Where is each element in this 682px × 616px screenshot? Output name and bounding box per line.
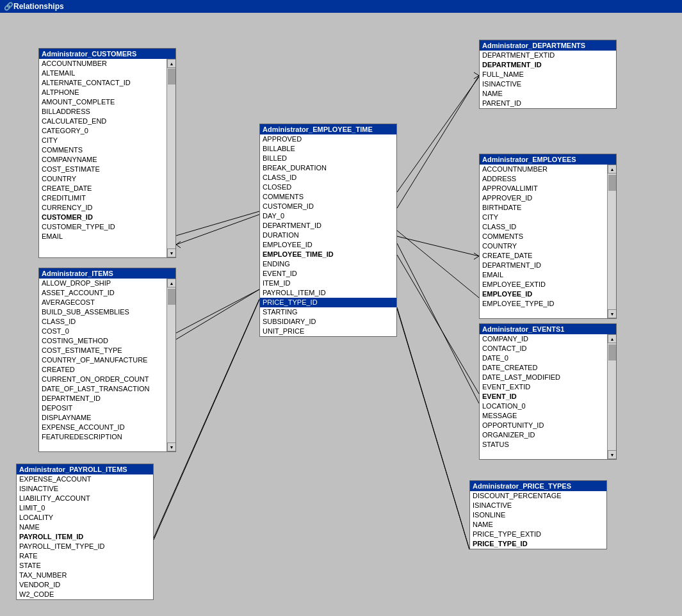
window-title: Relationships	[13, 2, 64, 11]
title-bar: 🔗 Relationships	[0, 0, 682, 13]
svg-line-4	[176, 289, 259, 333]
table-employee-time: Administrator_EMPLOYEE_TIME APPROVED BIL…	[259, 124, 397, 337]
table-employees: Administrator_EMPLOYEES ACCOUNTNUMBER AD…	[479, 154, 617, 319]
table-items: Administrator_ITEMS ALLOW_DROP_SHIP ASSE…	[38, 268, 176, 452]
table-employees-header: Administrator_EMPLOYEES	[480, 154, 616, 165]
table-departments: Administrator_DEPARTMENTS DEPARTMENT_EXT…	[479, 40, 617, 109]
employees-scrollbar[interactable]: ▲ ▼	[607, 165, 616, 318]
svg-line-12	[397, 255, 479, 394]
diagram-area: Administrator_CUSTOMERS ACCOUNTNUMBER AL…	[0, 13, 682, 616]
svg-line-3	[397, 243, 479, 403]
table-employee-time-header: Administrator_EMPLOYEE_TIME	[260, 124, 396, 134]
svg-line-9	[176, 215, 259, 245]
table-customers: Administrator_CUSTOMERS ACCOUNTNUMBER AL…	[38, 48, 176, 258]
table-payroll-items: Administrator_PAYROLL_ITEMS EXPENSE_ACCO…	[16, 464, 154, 600]
svg-line-0	[176, 211, 259, 236]
svg-line-13	[176, 289, 259, 339]
table-payroll-items-header: Administrator_PAYROLL_ITEMS	[17, 464, 153, 474]
svg-line-17	[474, 76, 479, 79]
table-departments-fields: DEPARTMENT_EXTID DEPARTMENT_ID FULL_NAME…	[480, 51, 616, 108]
svg-line-21	[176, 245, 181, 248]
table-employees-fields: ACCOUNTNUMBER ADDRESS APPROVALLIMIT APPR…	[480, 165, 616, 318]
table-customers-fields: ACCOUNTNUMBER ALTEMAIL ALTERNATE_CONTACT…	[39, 59, 175, 257]
table-payroll-items-fields: EXPENSE_ACCOUNT ISINACTIVE LIABILITY_ACC…	[17, 474, 153, 599]
table-customers-header: Administrator_CUSTOMERS	[39, 49, 175, 59]
customers-scrollbar[interactable]: ▲ ▼	[166, 59, 175, 257]
table-events: Administrator_EVENTS1 COMPANY_ID CONTACT…	[479, 323, 617, 460]
table-price-types-fields: DISCOUNT_PERCENTAGE ISINACTIVE ISONLINE …	[470, 491, 606, 549]
table-employee-time-fields: APPROVED BILLABLE BILLED BREAK_DURATION …	[260, 134, 396, 336]
svg-line-10	[397, 76, 479, 208]
table-items-fields: ALLOW_DROP_SHIP ASSET_ACCOUNT_ID AVERAGE…	[39, 279, 175, 451]
table-events-fields: COMPANY_ID CONTACT_ID DATE_0 DATE_CREATE…	[480, 334, 616, 459]
svg-line-6	[397, 307, 469, 549]
svg-line-15	[397, 309, 469, 549]
events-scrollbar[interactable]: ▲ ▼	[607, 334, 616, 459]
title-icon: 🔗	[4, 2, 13, 11]
table-departments-header: Administrator_DEPARTMENTS	[480, 40, 616, 51]
items-scrollbar[interactable]: ▲ ▼	[166, 279, 175, 451]
table-events-header: Administrator_EVENTS1	[480, 324, 616, 334]
table-price-types: Administrator_PRICE_TYPES DISCOUNT_PERCE…	[469, 480, 607, 549]
svg-line-2	[397, 231, 479, 298]
table-items-header: Administrator_ITEMS	[39, 268, 175, 279]
svg-line-16	[474, 72, 479, 76]
svg-line-20	[176, 241, 181, 245]
table-price-types-header: Administrator_PRICE_TYPES	[470, 481, 606, 491]
svg-line-19	[474, 256, 479, 259]
svg-line-18	[474, 253, 479, 256]
svg-line-11	[397, 236, 479, 256]
svg-line-1	[397, 77, 479, 192]
